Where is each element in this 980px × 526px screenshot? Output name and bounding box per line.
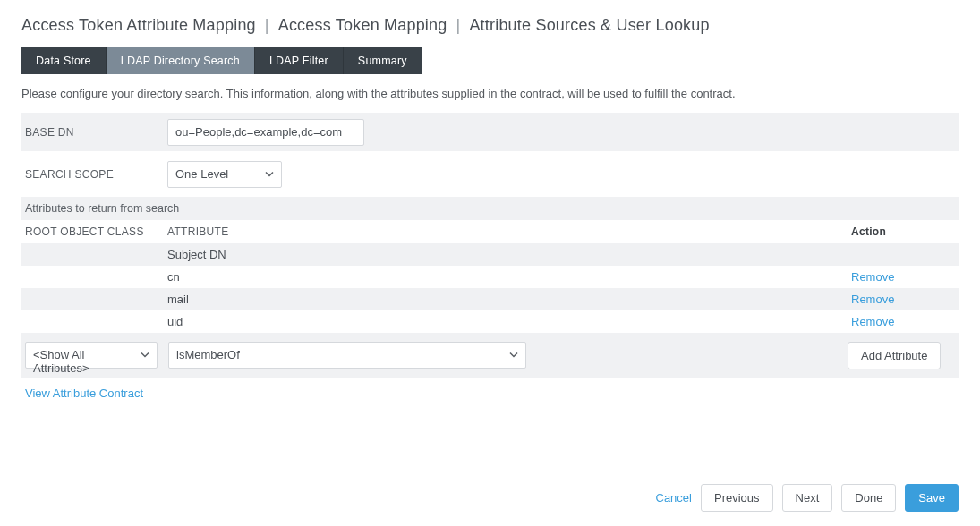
- row-search-scope: SEARCH SCOPE One Level: [21, 152, 959, 197]
- view-attribute-contract-link[interactable]: View Attribute Contract: [25, 386, 143, 400]
- table-row: mail Remove: [21, 288, 959, 310]
- tab-summary[interactable]: Summary: [343, 47, 422, 74]
- chevron-down-icon: [265, 167, 274, 181]
- cell-attr: mail: [167, 293, 851, 306]
- attributes-table: ROOT OBJECT CLASS ATTRIBUTE Action Subje…: [21, 220, 959, 400]
- col-header-attr: ATTRIBUTE: [167, 225, 851, 238]
- remove-link[interactable]: Remove: [851, 315, 894, 328]
- table-header-row: ROOT OBJECT CLASS ATTRIBUTE Action: [21, 220, 959, 243]
- root-class-select-value: <Show All Attributes>: [26, 343, 157, 380]
- save-button[interactable]: Save: [905, 484, 959, 512]
- breadcrumb-separator: |: [265, 16, 269, 35]
- base-dn-input[interactable]: [167, 119, 364, 146]
- breadcrumb-part-2: Access Token Mapping: [278, 16, 447, 35]
- done-button[interactable]: Done: [841, 484, 896, 512]
- next-button[interactable]: Next: [782, 484, 833, 512]
- tab-data-store[interactable]: Data Store: [21, 47, 106, 74]
- col-header-action: Action: [851, 225, 959, 238]
- root-class-select[interactable]: <Show All Attributes>: [25, 342, 158, 369]
- search-scope-select[interactable]: One Level: [167, 161, 282, 188]
- cancel-button[interactable]: Cancel: [656, 491, 692, 505]
- chevron-down-icon: [509, 349, 518, 362]
- helper-text: Please configure your directory search. …: [21, 87, 959, 100]
- breadcrumb: Access Token Attribute Mapping | Access …: [21, 16, 959, 35]
- cell-attr: uid: [167, 315, 851, 328]
- footer-actions: Cancel Previous Next Done Save: [656, 484, 959, 512]
- remove-link[interactable]: Remove: [851, 293, 894, 306]
- previous-button[interactable]: Previous: [701, 484, 773, 512]
- breadcrumb-part-1: Access Token Attribute Mapping: [21, 16, 256, 35]
- tab-ldap-filter[interactable]: LDAP Filter: [254, 47, 343, 74]
- cell-attr: cn: [167, 270, 851, 284]
- attribute-select[interactable]: isMemberOf: [168, 342, 526, 369]
- table-row: uid Remove: [21, 310, 959, 333]
- view-contract-row: View Attribute Contract: [21, 378, 959, 400]
- remove-link[interactable]: Remove: [851, 270, 894, 284]
- add-attribute-button[interactable]: Add Attribute: [848, 342, 941, 369]
- tab-ldap-directory-search[interactable]: LDAP Directory Search: [106, 47, 254, 74]
- base-dn-label: BASE DN: [21, 126, 167, 139]
- row-base-dn: BASE DN: [21, 113, 959, 152]
- breadcrumb-part-3: Attribute Sources & User Lookup: [469, 16, 709, 35]
- add-attribute-row: <Show All Attributes> isMemberOf Add Att…: [21, 333, 959, 378]
- table-row: Subject DN: [21, 243, 959, 266]
- search-scope-label: SEARCH SCOPE: [21, 168, 167, 181]
- breadcrumb-separator: |: [456, 16, 461, 35]
- table-row: cn Remove: [21, 266, 959, 288]
- col-header-root: ROOT OBJECT CLASS: [21, 225, 167, 238]
- cell-attr: Subject DN: [167, 248, 851, 261]
- search-scope-value: One Level: [168, 162, 259, 186]
- attributes-section-header: Attributes to return from search: [21, 197, 959, 220]
- attribute-select-value: isMemberOf: [169, 343, 270, 367]
- tab-bar: Data Store LDAP Directory Search LDAP Fi…: [21, 47, 959, 74]
